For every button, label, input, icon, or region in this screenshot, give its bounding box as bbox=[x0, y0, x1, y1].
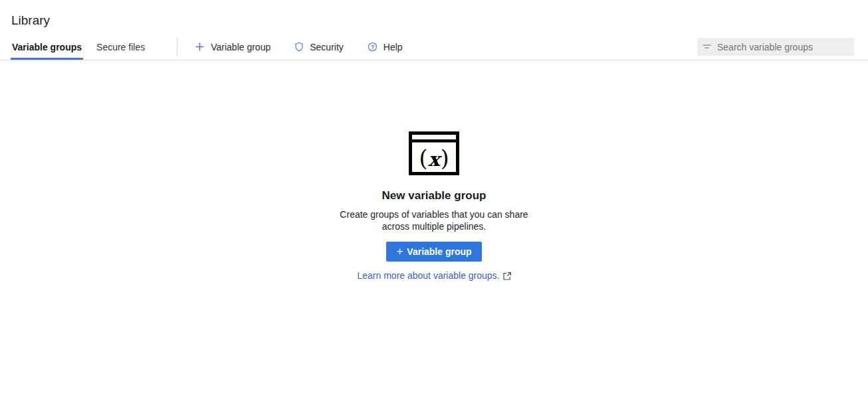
learn-more-label: Learn more about variable groups. bbox=[357, 270, 499, 281]
tab-command-bar: Variable groups Secure files Variable gr… bbox=[0, 34, 868, 60]
toolbar-item-label: Security bbox=[310, 42, 344, 52]
plus-icon bbox=[195, 42, 205, 52]
toolbar: Variable group Security ? Help bbox=[195, 34, 402, 60]
page-header: Library bbox=[0, 0, 868, 28]
variable-group-window-icon: (x) bbox=[409, 131, 459, 178]
tab-list: Variable groups Secure files bbox=[11, 34, 158, 60]
external-link-icon bbox=[503, 272, 511, 279]
toolbar-item-label: Variable group bbox=[211, 42, 271, 52]
tab-label: Variable groups bbox=[12, 42, 82, 52]
cta-button-label: Variable group bbox=[407, 246, 471, 257]
add-variable-group-button[interactable]: Variable group bbox=[195, 42, 271, 52]
svg-text:(x): (x) bbox=[419, 145, 449, 171]
tab-variable-groups[interactable]: Variable groups bbox=[11, 34, 83, 60]
main-content: (x) New variable group Create groups of … bbox=[0, 60, 868, 281]
security-button[interactable]: Security bbox=[294, 42, 344, 52]
search-input[interactable] bbox=[717, 42, 849, 52]
toolbar-item-label: Help bbox=[383, 42, 403, 52]
page-title: Library bbox=[11, 13, 857, 28]
search-box[interactable] bbox=[697, 38, 854, 56]
toolbar-divider bbox=[177, 38, 177, 56]
shield-icon bbox=[294, 42, 304, 52]
help-circle-icon: ? bbox=[368, 42, 378, 52]
svg-text:?: ? bbox=[371, 44, 374, 50]
plus-icon: + bbox=[396, 246, 403, 257]
tab-secure-files[interactable]: Secure files bbox=[95, 34, 146, 60]
empty-state: (x) New variable group Create groups of … bbox=[330, 131, 538, 281]
help-button[interactable]: ? Help bbox=[368, 42, 403, 52]
empty-state-title: New variable group bbox=[382, 189, 487, 202]
filter-icon bbox=[703, 41, 711, 53]
learn-more-link[interactable]: Learn more about variable groups. bbox=[357, 270, 510, 281]
library-page: Library Variable groups Secure files Var… bbox=[0, 0, 868, 399]
variable-group-cta-button[interactable]: + Variable group bbox=[386, 242, 481, 262]
empty-state-description: Create groups of variables that you can … bbox=[330, 209, 538, 232]
tab-label: Secure files bbox=[96, 42, 145, 52]
